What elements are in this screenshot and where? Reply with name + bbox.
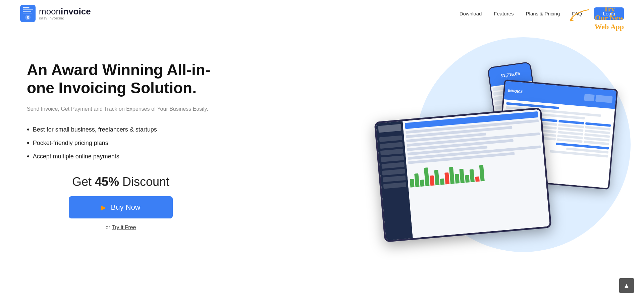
feature-item-1: Best for small business, freelancers & s… — [27, 126, 215, 133]
chart-bar — [414, 173, 419, 187]
chart-bar — [430, 175, 435, 186]
hero-subtitle: Send Invoice, Get Payment and Track on E… — [27, 105, 215, 113]
svg-rect-3 — [23, 11, 31, 12]
buy-now-label: Buy Now — [111, 203, 140, 212]
chart-bar — [440, 179, 445, 185]
feature-list: Best for small business, freelancers & s… — [27, 126, 215, 160]
svg-rect-4 — [23, 13, 32, 13]
try-free-link[interactable]: Try it Free — [112, 224, 136, 230]
buy-arrow-icon: ▶ — [101, 203, 106, 211]
try-free-line: or Try it Free — [27, 224, 215, 231]
discount-text: Get 45% Discount — [27, 175, 215, 189]
buy-now-button[interactable]: ▶ Buy Now — [69, 196, 173, 218]
chart-bar — [459, 169, 465, 183]
logo-name-part1: moon — [39, 6, 61, 16]
feature-item-2: Pocket-friendly pricing plans — [27, 139, 215, 147]
chart-bar — [420, 180, 425, 187]
nav-features[interactable]: Features — [494, 11, 514, 16]
feature-item-3: Accept multiple online payments — [27, 153, 215, 160]
discount-value: 45% — [95, 175, 119, 189]
chart-bar — [465, 175, 470, 183]
svg-rect-2 — [23, 9, 33, 10]
tablet-mockup — [374, 107, 551, 242]
chart-bar — [444, 172, 449, 185]
chart-bar — [410, 179, 415, 188]
svg-rect-1 — [23, 7, 30, 8]
chart-bar — [455, 174, 460, 184]
annotation-arrow-icon — [569, 8, 592, 21]
hero-section: An Award Winning All-in-one Invoicing So… — [0, 27, 644, 302]
web-app-annotation: TryOur NewWeb App — [569, 5, 624, 31]
nav-download[interactable]: Download — [460, 11, 482, 16]
logo-icon: $ — [20, 5, 36, 22]
nav-plans[interactable]: Plans & Pricing — [526, 11, 560, 16]
devices-container: $1,716.05 — [382, 57, 624, 249]
logo-name-part2: invoice — [61, 6, 91, 16]
logo[interactable]: $ mooninvoice easy invoicing — [20, 5, 91, 22]
hero-illustration: $1,716.05 — [382, 47, 624, 249]
chart-bar — [470, 169, 475, 182]
chart-bar — [475, 176, 480, 182]
hero-left: An Award Winning All-in-one Invoicing So… — [27, 47, 215, 231]
navbar: $ mooninvoice easy invoicing Download Fe… — [0, 0, 644, 27]
svg-text:$: $ — [27, 15, 29, 20]
logo-tagline: easy invoicing — [39, 16, 91, 20]
scroll-top-button[interactable]: ▲ — [619, 278, 634, 293]
chart-bar — [434, 170, 439, 185]
chart-bar — [424, 167, 430, 186]
logo-text: mooninvoice easy invoicing — [39, 7, 91, 20]
chart-bar — [449, 167, 454, 184]
hero-title: An Award Winning All-in-one Invoicing So… — [27, 61, 215, 97]
web-app-text: TryOur NewWeb App — [595, 5, 624, 31]
chart-bar — [479, 165, 485, 182]
